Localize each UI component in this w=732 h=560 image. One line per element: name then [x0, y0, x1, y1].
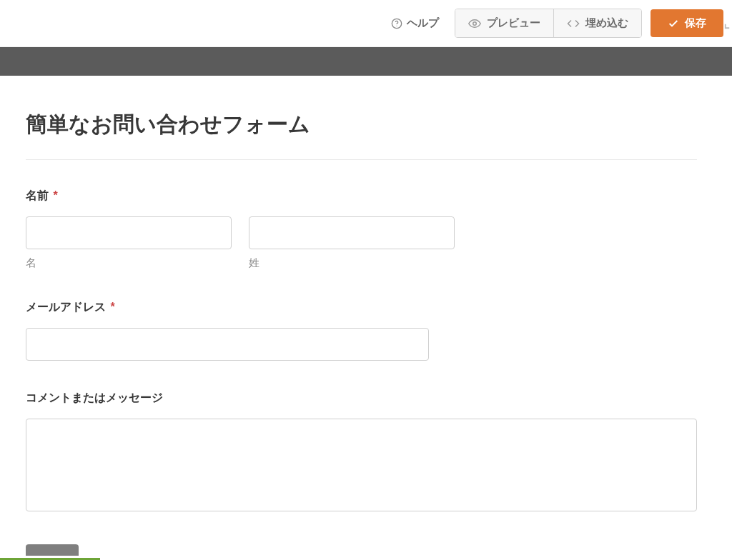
name-field[interactable]: 名前 * 名 姓 [26, 189, 697, 270]
first-name-input[interactable] [26, 216, 232, 249]
first-name-col: 名 [26, 216, 232, 270]
expand-icon[interactable] [723, 14, 732, 33]
header-band [0, 47, 732, 76]
last-name-col: 姓 [249, 216, 455, 270]
save-label: 保存 [685, 16, 706, 30]
first-name-sublabel: 名 [26, 256, 232, 270]
email-label: メールアドレス * [26, 300, 697, 315]
message-textarea[interactable] [26, 419, 697, 511]
builder-toolbar: ヘルプ プレビュー 埋め込む 保存 [0, 0, 732, 47]
eye-icon [468, 17, 481, 30]
embed-label: 埋め込む [585, 16, 628, 30]
embed-button[interactable]: 埋め込む [553, 9, 641, 37]
email-field[interactable]: メールアドレス * [26, 300, 697, 361]
name-label-text: 名前 [26, 189, 49, 201]
help-label: ヘルプ [407, 16, 439, 30]
svg-point-2 [473, 21, 477, 25]
email-input[interactable] [26, 328, 429, 361]
name-label: 名前 * [26, 189, 697, 204]
required-mark: * [53, 189, 57, 201]
submit-button[interactable] [26, 544, 79, 556]
preview-button[interactable]: プレビュー [455, 9, 553, 37]
code-icon [567, 17, 580, 30]
help-link[interactable]: ヘルプ [384, 12, 446, 34]
form-canvas: 簡単なお問い合わせフォーム 名前 * 名 姓 メールアドレス * コメントまたは… [0, 84, 723, 560]
email-label-text: メールアドレス [26, 301, 106, 313]
last-name-input[interactable] [249, 216, 455, 249]
svg-point-1 [396, 25, 397, 26]
toolbar-button-group: プレビュー 埋め込む [455, 9, 642, 38]
check-icon [668, 18, 679, 29]
message-field[interactable]: コメントまたはメッセージ [26, 391, 697, 514]
last-name-sublabel: 姓 [249, 256, 455, 270]
message-label: コメントまたはメッセージ [26, 391, 697, 406]
message-label-text: コメントまたはメッセージ [26, 391, 163, 404]
form-title[interactable]: 簡単なお問い合わせフォーム [26, 110, 697, 160]
help-icon [391, 18, 402, 29]
preview-label: プレビュー [487, 16, 540, 30]
required-mark: * [110, 301, 114, 313]
name-row: 名 姓 [26, 216, 455, 270]
save-button[interactable]: 保存 [651, 9, 723, 37]
